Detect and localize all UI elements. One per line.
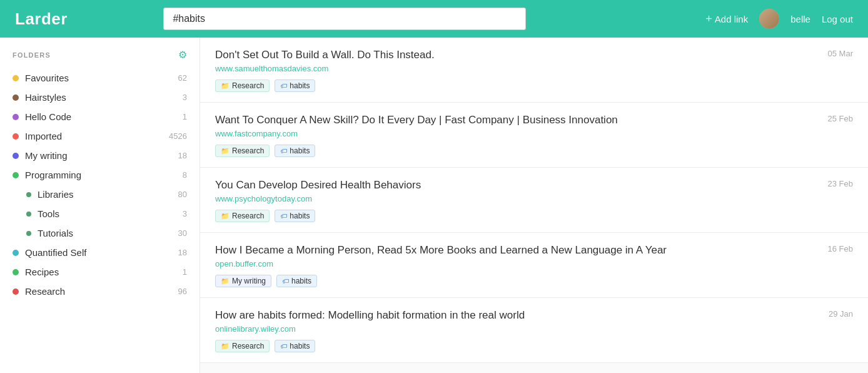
tag-folder[interactable]: 📁Research [215, 340, 270, 352]
sidebar: FOLDERS ⚙ Favourites62Hairstyles3Hello C… [0, 38, 200, 373]
sidebar-item-hello-code[interactable]: Hello Code1 [0, 107, 199, 126]
username[interactable]: belle [790, 14, 810, 24]
logout-button[interactable]: Log out [822, 14, 853, 24]
link-url[interactable]: www.psychologytoday.com [215, 194, 853, 203]
folder-count: 1 [183, 267, 187, 277]
add-link-label: Add link [715, 14, 748, 24]
link-title[interactable]: Don't Set Out To Build a Wall. Do This I… [215, 49, 815, 61]
link-item: You Can Develop Desired Health Behaviors… [200, 168, 868, 233]
folder-count: 18 [178, 151, 187, 160]
folder-icon: 📁 [221, 277, 230, 285]
folder-count: 1 [183, 112, 187, 121]
folder-name: Quantified Self [25, 247, 178, 258]
header-right: + Add link belle Log out [705, 9, 853, 29]
link-url[interactable]: www.samuelthomasdavies.com [215, 64, 853, 73]
links-list: Don't Set Out To Build a Wall. Do This I… [200, 38, 868, 363]
link-title[interactable]: How I Became a Morning Person, Read 5x M… [215, 244, 815, 257]
sidebar-item-tutorials[interactable]: Tutorials30 [0, 223, 199, 243]
folder-icon: 📁 [221, 82, 230, 90]
folder-icon: 📁 [221, 147, 230, 155]
search-bar [163, 8, 526, 30]
folder-dot [13, 289, 19, 295]
link-title[interactable]: Want To Conquer A New Skill? Do It Every… [215, 114, 815, 126]
add-link-button[interactable]: + Add link [705, 13, 748, 26]
folder-icon: 📁 [221, 212, 230, 220]
link-tags: 📁Research🏷habits [215, 79, 853, 92]
folder-name: Imported [25, 131, 169, 141]
link-header: How are habits formed: Modelling habit f… [215, 309, 853, 322]
folder-count: 18 [178, 248, 187, 257]
folder-dot [13, 269, 19, 275]
folder-name: Recipes [25, 267, 183, 277]
folder-dot [26, 231, 31, 236]
folder-name: Hairstyles [25, 92, 183, 103]
link-tags: 📁My writing🏷habits [215, 275, 853, 287]
tag-icon: 🏷 [280, 147, 287, 155]
folder-dot [13, 133, 19, 140]
link-date: 23 Feb [828, 179, 853, 188]
link-tags: 📁Research🏷habits [215, 210, 853, 222]
sidebar-item-hairstyles[interactable]: Hairstyles3 [0, 88, 199, 107]
header: Larder + Add link belle Log out [0, 0, 868, 38]
folder-dot [13, 250, 19, 256]
link-date: 05 Mar [828, 49, 853, 58]
folders-label: FOLDERS [13, 51, 51, 59]
tag-habits[interactable]: 🏷habits [276, 275, 317, 287]
avatar [759, 9, 779, 29]
folder-name: My writing [25, 150, 178, 161]
folder-dot [13, 114, 19, 120]
link-url[interactable]: www.fastcompany.com [215, 129, 853, 138]
folder-name: Programming [25, 170, 183, 180]
sidebar-item-research[interactable]: Research96 [0, 282, 199, 301]
sidebar-item-libraries[interactable]: Libraries80 [0, 185, 199, 204]
link-url[interactable]: open.buffer.com [215, 259, 853, 268]
tag-icon: 🏷 [280, 342, 287, 350]
search-input[interactable] [163, 8, 526, 30]
sidebar-folders: Favourites62Hairstyles3Hello Code1Import… [0, 68, 199, 301]
folder-icon: 📁 [221, 342, 230, 350]
link-title[interactable]: You Can Develop Desired Health Behaviors [215, 179, 815, 192]
sidebar-item-programming[interactable]: Programming8 [0, 165, 199, 185]
tag-folder[interactable]: 📁Research [215, 210, 270, 222]
link-header: You Can Develop Desired Health Behaviors… [215, 179, 853, 192]
tag-icon: 🏷 [280, 82, 287, 89]
plus-icon: + [705, 13, 712, 26]
link-item: How are habits formed: Modelling habit f… [200, 298, 868, 363]
sidebar-item-recipes[interactable]: Recipes1 [0, 262, 199, 282]
sidebar-item-imported[interactable]: Imported4526 [0, 126, 199, 146]
folder-name: Research [25, 286, 178, 297]
folder-name: Tutorials [38, 228, 178, 238]
folder-dot [13, 153, 19, 159]
folder-dot [26, 192, 31, 197]
folder-count: 4526 [169, 131, 187, 141]
folder-dot [26, 212, 31, 217]
tag-habits[interactable]: 🏷habits [275, 145, 315, 157]
link-item: Don't Set Out To Build a Wall. Do This I… [200, 38, 868, 103]
tag-habits[interactable]: 🏷habits [275, 340, 315, 352]
folder-dot [13, 95, 19, 101]
link-item: How I Became a Morning Person, Read 5x M… [200, 233, 868, 298]
sidebar-item-quantified-self[interactable]: Quantified Self18 [0, 243, 199, 262]
logo: Larder [15, 9, 68, 29]
main-content: Don't Set Out To Build a Wall. Do This I… [200, 38, 868, 373]
tag-habits[interactable]: 🏷habits [275, 79, 315, 92]
sidebar-item-tools[interactable]: Tools3 [0, 204, 199, 223]
tag-icon: 🏷 [280, 212, 287, 220]
settings-icon[interactable]: ⚙ [178, 49, 187, 61]
sidebar-item-favourites[interactable]: Favourites62 [0, 68, 199, 88]
sidebar-item-my-writing[interactable]: My writing18 [0, 146, 199, 165]
link-title[interactable]: How are habits formed: Modelling habit f… [215, 309, 816, 322]
link-header: Want To Conquer A New Skill? Do It Every… [215, 114, 853, 126]
layout: FOLDERS ⚙ Favourites62Hairstyles3Hello C… [0, 38, 868, 373]
tag-mywriting[interactable]: 📁My writing [215, 275, 271, 287]
folder-count: 80 [178, 190, 187, 199]
link-url[interactable]: onlinelibrary.wiley.com [215, 324, 853, 334]
folder-dot [13, 172, 19, 178]
link-header: How I Became a Morning Person, Read 5x M… [215, 244, 853, 257]
folder-name: Tools [38, 208, 183, 219]
tag-icon: 🏷 [282, 277, 289, 285]
tag-habits[interactable]: 🏷habits [275, 210, 315, 222]
tag-folder[interactable]: 📁Research [215, 145, 270, 157]
tag-folder[interactable]: 📁Research [215, 79, 270, 92]
folder-name: Hello Code [25, 111, 183, 122]
